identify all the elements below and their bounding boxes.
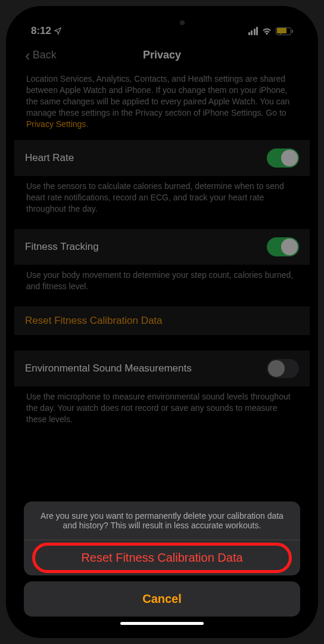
- content[interactable]: Location Services, Analytics, Contacts, …: [14, 71, 310, 439]
- fitness-tracking-toggle[interactable]: [267, 237, 299, 256]
- env-sound-toggle[interactable]: [267, 359, 299, 378]
- chevron-left-icon: ‹: [25, 48, 30, 63]
- location-arrow-icon: [54, 27, 62, 35]
- privacy-settings-link[interactable]: Privacy Settings: [26, 119, 86, 129]
- nav-bar: ‹ Back Privacy: [14, 43, 310, 71]
- phone-frame: 8:12 ⚡ ‹ Back Privacy Location Services,: [6, 6, 318, 638]
- heart-rate-desc: Use the sensors to calculate calories bu…: [25, 176, 299, 229]
- env-sound-row: Environmental Sound Measurements: [14, 351, 310, 386]
- notch: [108, 14, 216, 31]
- env-sound-label: Environmental Sound Measurements: [25, 363, 192, 374]
- heart-rate-label: Heart Rate: [25, 152, 74, 164]
- wifi-icon: [261, 27, 272, 35]
- action-sheet: Are you sure you want to permanently del…: [24, 501, 300, 617]
- status-time: 8:12: [31, 25, 51, 37]
- privacy-description: Location Services, Analytics, Contacts, …: [25, 71, 299, 140]
- back-button[interactable]: ‹ Back: [25, 48, 57, 63]
- battery-icon: ⚡: [276, 27, 293, 35]
- fitness-tracking-label: Fitness Tracking: [25, 241, 99, 253]
- sheet-message: Are you sure you want to permanently del…: [24, 501, 300, 540]
- fitness-tracking-row: Fitness Tracking: [14, 229, 310, 265]
- reset-calibration-row[interactable]: Reset Fitness Calibration Data: [14, 306, 310, 335]
- fitness-tracking-desc: Use your body movement to determine your…: [25, 265, 299, 306]
- env-sound-desc: Use the microphone to measure environmen…: [25, 386, 299, 439]
- reset-calibration-label: Reset Fitness Calibration Data: [25, 315, 163, 327]
- cancel-button[interactable]: Cancel: [24, 581, 300, 617]
- page-title: Privacy: [143, 49, 181, 61]
- heart-rate-row: Heart Rate: [14, 140, 310, 176]
- home-indicator[interactable]: [120, 622, 204, 625]
- signal-icon: [248, 27, 258, 35]
- back-label: Back: [33, 49, 57, 61]
- heart-rate-toggle[interactable]: [267, 148, 299, 168]
- reset-calibration-confirm-button[interactable]: Reset Fitness Calibration Data: [24, 540, 300, 575]
- screen: 8:12 ⚡ ‹ Back Privacy Location Services,: [14, 14, 310, 630]
